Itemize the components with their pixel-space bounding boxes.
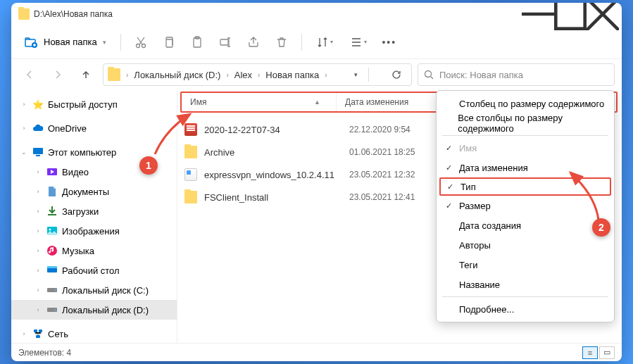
svg-point-18 <box>54 289 56 291</box>
refresh-button[interactable] <box>386 64 407 85</box>
check-icon: ✓ <box>442 201 455 211</box>
titlebar: D:\Alex\Новая папка <box>11 3 622 25</box>
sidebar: ›⭐Быстрый доступ ›OneDrive ⌄Этот компьют… <box>11 90 177 343</box>
sidebar-music[interactable]: ›Музыка <box>11 241 177 261</box>
menu-col-date[interactable]: ✓Дата изменения <box>437 158 614 177</box>
up-button[interactable] <box>75 63 97 86</box>
chevron-right-icon: › <box>34 306 42 313</box>
chevron-right-icon: › <box>20 330 28 337</box>
copy-button[interactable] <box>156 30 182 55</box>
back-button[interactable] <box>18 63 41 86</box>
menu-col-title[interactable]: Название <box>437 275 614 294</box>
chevron-right-icon: › <box>34 287 42 294</box>
svg-point-3 <box>136 44 139 47</box>
status-count: Элементов: 4 <box>18 348 71 358</box>
breadcrumb-part[interactable]: Локальный диск (D:) <box>131 68 223 82</box>
chevron-right-icon: › <box>125 71 130 79</box>
star-icon: ⭐ <box>32 99 44 110</box>
body: ›⭐Быстрый доступ ›OneDrive ⌄Этот компьют… <box>11 90 622 343</box>
document-icon <box>46 186 58 197</box>
sidebar-onedrive[interactable]: ›OneDrive <box>11 118 177 138</box>
view-button[interactable]: ▾ <box>343 30 374 55</box>
check-icon: ✓ <box>442 163 455 172</box>
chevron-right-icon: › <box>34 208 42 215</box>
sort-indicator-icon: ▲ <box>314 99 320 106</box>
breadcrumb-part[interactable]: Новая папка <box>263 68 322 82</box>
column-date[interactable]: Дата изменения <box>337 93 442 111</box>
sidebar-documents[interactable]: ›Документы <box>11 182 177 201</box>
drive-icon <box>46 304 58 315</box>
sidebar-network[interactable]: ›Сеть <box>11 324 177 343</box>
svg-point-4 <box>142 44 145 47</box>
folder-icon <box>108 68 120 81</box>
forward-button[interactable] <box>46 63 69 86</box>
menu-more[interactable]: Подробнее... <box>437 299 614 319</box>
chevron-right-icon: › <box>323 71 328 79</box>
network-icon <box>32 328 44 339</box>
menu-col-authors[interactable]: Авторы <box>437 235 614 255</box>
address-dropdown-button[interactable]: ▾ <box>346 64 367 85</box>
chevron-right-icon: › <box>256 71 261 79</box>
drive-icon <box>46 284 58 296</box>
monitor-icon <box>32 146 44 158</box>
sidebar-diskd[interactable]: ›Локальный диск (D:) <box>11 300 177 320</box>
check-icon: ✓ <box>442 144 455 153</box>
svg-rect-8 <box>220 39 228 45</box>
app-icon <box>184 168 197 181</box>
folder-icon <box>18 8 30 20</box>
check-icon: ✓ <box>444 182 456 192</box>
sidebar-pictures[interactable]: ›Изображения <box>11 221 177 241</box>
breadcrumb-part[interactable]: Alex <box>232 68 255 82</box>
menu-col-size[interactable]: ✓Размер <box>437 196 614 215</box>
svg-rect-23 <box>36 335 40 338</box>
annotation-badge-2: 2 <box>592 218 610 237</box>
chevron-right-icon: › <box>20 101 28 108</box>
chevron-right-icon: › <box>225 71 230 79</box>
close-button[interactable] <box>587 3 619 25</box>
svg-point-20 <box>54 309 56 310</box>
explorer-window: D:\Alex\Новая папка Новая папка ▾ ▾ ▾ ••… <box>11 3 622 361</box>
menu-size-all[interactable]: Все столбцы по размеру содержимого <box>437 113 614 133</box>
menu-col-tags[interactable]: Теги <box>437 255 614 275</box>
sidebar-desktop[interactable]: ›Рабочий стол <box>11 261 177 280</box>
icons-view-button[interactable]: ▭ <box>599 346 615 359</box>
new-folder-icon <box>24 35 38 49</box>
sort-button[interactable]: ▾ <box>309 30 340 55</box>
search-input[interactable]: Поиск: Новая папка <box>418 63 615 86</box>
menu-col-type[interactable]: ✓Тип <box>439 177 611 196</box>
svg-point-9 <box>425 71 432 77</box>
delete-button[interactable] <box>269 30 294 55</box>
chevron-down-icon: ⌄ <box>20 149 28 156</box>
new-folder-button[interactable]: Новая папка ▾ <box>17 31 113 54</box>
picture-icon <box>46 225 58 237</box>
svg-rect-6 <box>194 38 201 47</box>
chevron-right-icon: › <box>20 125 28 132</box>
window-title: D:\Alex\Новая папка <box>34 9 522 19</box>
paste-button[interactable] <box>184 30 210 55</box>
menu-size-column[interactable]: Столбец по размеру содержимого <box>437 94 614 113</box>
file-list: Имя▲ Дата изменения 2020-12-22T07-3422.1… <box>177 90 622 343</box>
minimize-button[interactable] <box>522 3 554 25</box>
more-button[interactable]: ••• <box>377 30 402 55</box>
column-name[interactable]: Имя▲ <box>182 93 337 111</box>
menu-col-name[interactable]: ✓Имя <box>437 138 614 158</box>
menu-col-created[interactable]: Дата создания <box>437 215 614 235</box>
cut-button[interactable] <box>128 30 153 55</box>
address-bar[interactable]: › Локальный диск (D:) › Alex › Новая пап… <box>103 63 412 86</box>
toolbar: Новая папка ▾ ▾ ▾ ••• <box>11 25 622 59</box>
chevron-down-icon: ▾ <box>103 39 106 46</box>
sidebar-downloads[interactable]: ›Загрузки <box>11 201 177 221</box>
cloud-icon <box>32 123 44 134</box>
sidebar-diskc[interactable]: ›Локальный диск (C:) <box>11 280 177 300</box>
video-icon <box>46 166 58 177</box>
maximize-button[interactable] <box>554 3 587 25</box>
new-folder-label: Новая папка <box>44 37 97 47</box>
sidebar-quick-access[interactable]: ›⭐Быстрый доступ <box>11 94 177 114</box>
details-view-button[interactable]: ≡ <box>582 346 598 359</box>
share-button[interactable] <box>241 30 266 55</box>
chevron-right-icon: › <box>34 168 42 175</box>
pdf-icon <box>184 123 197 136</box>
search-placeholder: Поиск: Новая папка <box>439 70 523 80</box>
rename-button[interactable] <box>213 30 238 55</box>
chevron-right-icon: › <box>34 247 42 254</box>
